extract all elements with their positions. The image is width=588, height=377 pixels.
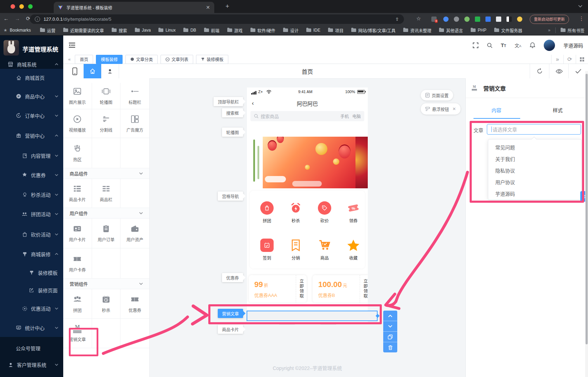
back-icon[interactable]: ← [4, 15, 9, 21]
dropdown-option[interactable]: 用户协议 [488, 177, 581, 188]
sidebar-item-marketing-center[interactable]: 营销中心 [0, 126, 63, 145]
extension-icon[interactable] [485, 17, 491, 22]
phone-navbar-component[interactable]: ‹ 阿巴阿巴 [247, 97, 368, 110]
palette-item-goods-bar[interactable]: 商品栏 [92, 179, 121, 208]
tag-coupon[interactable]: 优惠券 [222, 273, 243, 282]
user-avatar[interactable] [544, 40, 555, 51]
window-minimize-button[interactable] [19, 4, 24, 9]
coupon-card[interactable]: 100.00元 优惠券B 立即领取 [313, 275, 368, 303]
search-icon[interactable] [487, 43, 492, 48]
bookmark-folder[interactable]: PHP [471, 28, 486, 33]
view-user-button[interactable] [101, 64, 119, 78]
coupon-card[interactable]: 99折 优惠券AAA 立即领取 [249, 275, 307, 303]
bookmark-folder[interactable]: 软件/硬件 [250, 27, 275, 33]
bookmark-folder[interactable]: Java [135, 28, 151, 33]
page-tab-article-category[interactable]: 文章分类 [125, 55, 158, 64]
grid-nav-component[interactable]: 拼团 秒杀 砍价 % 领券 签到 [250, 191, 365, 268]
bookmark-star-icon[interactable]: ☆ [416, 15, 421, 22]
extension-icon[interactable] [475, 17, 480, 22]
dropdown-option[interactable]: 隐私协议 [488, 165, 581, 177]
float-button-setting[interactable]: 悬浮按钮 ✕ [421, 103, 460, 115]
bookmark-folder[interactable]: 网站/博客/文章/工具 [351, 27, 396, 33]
palette-item-user-order[interactable]: 用户订单 [92, 219, 121, 248]
sidebar-item-statistics-center[interactable]: 统计中心 [0, 318, 63, 337]
extensions-puzzle-icon[interactable] [496, 17, 501, 22]
window-zoom-button[interactable] [28, 4, 33, 9]
bookmark-folder[interactable]: 文件服务器 [494, 27, 522, 33]
tabs-collapse-icon[interactable]: « [68, 57, 71, 62]
extension-icon[interactable] [443, 17, 449, 22]
palette-item-user-card[interactable]: 用户卡片 [63, 219, 92, 248]
sidebar-item-coupon[interactable]: 优惠券 [0, 165, 63, 184]
extension-icon[interactable] [454, 17, 459, 22]
page-tab-home[interactable]: 首页 [75, 55, 93, 64]
bookmark-folder[interactable]: 其他语言 [439, 27, 463, 33]
sidebar-item-bargain[interactable]: 砍价活动 [0, 225, 63, 244]
bookmarks-overflow-icon[interactable]: » [548, 28, 550, 33]
sidebar-item-mall-decoration[interactable]: 商城装修 [0, 245, 63, 264]
all-bookmarks[interactable]: 所有书签 [561, 27, 584, 33]
profile-avatar-icon[interactable] [517, 17, 522, 22]
window-close-button[interactable] [11, 4, 15, 9]
sidebar-item-promo-activity[interactable]: 优惠活动 [0, 299, 63, 318]
bookmark-folder[interactable]: 设计 [283, 27, 299, 33]
page-tab-article-list[interactable]: 文章列表 [161, 55, 193, 64]
dropdown-option[interactable]: 芋道源码 [488, 188, 581, 200]
tag-goods-card[interactable]: 商品卡片 [218, 325, 243, 334]
dropdown-option[interactable]: 常见问题 [488, 142, 581, 154]
selected-marketing-article-component[interactable] [247, 311, 378, 321]
bookmark-folder[interactable]: DB [183, 28, 196, 33]
bookmark-folder[interactable]: 前端 [204, 27, 220, 33]
browser-tab[interactable]: 芋道管理系统 - 模板装修 ✕ [54, 2, 214, 13]
palette-item-goods-card[interactable]: 商品卡片 [63, 179, 92, 208]
goods-card-component[interactable] [247, 324, 368, 325]
page-tab-decorate-template[interactable]: 装修模板 [196, 55, 228, 64]
sidebar-item-seckill[interactable]: 秒杀活动 [0, 185, 63, 204]
close-icon[interactable]: ✕ [452, 106, 456, 111]
copy-button[interactable] [383, 332, 397, 342]
address-bar[interactable]: i 127.0.0.1/diy/template/decorate/5 ⇧ [30, 14, 404, 24]
extension-icon[interactable] [464, 17, 470, 22]
bookmarks-manager[interactable]: ★Bookmarks [4, 28, 31, 33]
palette-item-video[interactable]: 视频播放 [63, 109, 92, 138]
palette-item-carousel[interactable]: 轮播图 [92, 83, 121, 109]
scrollbar-thumb[interactable] [586, 74, 588, 344]
preview-button[interactable] [549, 64, 569, 78]
move-down-button[interactable] [383, 321, 397, 332]
palette-section-user[interactable]: 用户组件 [63, 208, 149, 219]
page-tab-template-decorate[interactable]: 模板装修 [96, 55, 123, 64]
bookmark-folder[interactable]: 游戏 [227, 27, 243, 33]
font-size-icon[interactable]: TT [501, 42, 506, 48]
bookmark-folder[interactable]: 近期需要读的文章 [63, 27, 104, 33]
sidebar-item-mall-home[interactable]: 商城首页 [0, 68, 63, 87]
dropdown-option[interactable]: 关于我们 [488, 154, 581, 165]
bookmark-folder[interactable]: 资讯未整理 [403, 27, 431, 33]
sidebar-item-product-center[interactable]: P 商品中心 [0, 87, 63, 106]
extension-icon[interactable] [507, 17, 512, 22]
palette-item-hotzone[interactable]: 热区 [63, 138, 92, 168]
tabs-refresh-icon[interactable]: ⟳ [563, 55, 576, 64]
tab-close-icon[interactable]: ✕ [206, 5, 210, 10]
palette-item-groupon[interactable]: 拼团 [63, 289, 92, 319]
panel-tab-content[interactable]: 内容 [466, 106, 527, 119]
carousel-component[interactable] [247, 137, 368, 188]
share-icon[interactable]: ⇧ [395, 17, 399, 22]
device-phone-button[interactable] [66, 64, 84, 78]
bookmark-folder[interactable]: Linux [158, 28, 176, 33]
palette-item-marketing-article[interactable]: M 营销文章 [63, 319, 92, 348]
bookmark-folder[interactable]: 项目 [328, 27, 344, 33]
collapse-sidebar-icon[interactable] [69, 43, 75, 48]
reset-button[interactable] [530, 64, 549, 78]
sidebar-item-groupon[interactable]: 拼团活动 [0, 204, 63, 223]
page-settings-button[interactable]: 页面设置 [421, 90, 453, 100]
palette-item-user-coupon[interactable]: 用户卡券 [63, 248, 92, 279]
palette-item-divider[interactable]: 分割线 [92, 109, 121, 138]
bookmark-folder[interactable]: 搜索 [112, 27, 127, 33]
tag-grid-nav[interactable]: 宫格导航 [218, 191, 243, 201]
palette-section-goods[interactable]: 商品组件 [63, 168, 149, 179]
tabs-layout-icon[interactable] [576, 55, 588, 64]
palette-item-coupon[interactable]: 优惠券 [120, 289, 149, 319]
tag-top-navbar[interactable]: 顶部导航栏 [214, 97, 243, 106]
fullscreen-icon[interactable] [473, 43, 478, 48]
site-info-icon[interactable]: i [35, 17, 40, 22]
